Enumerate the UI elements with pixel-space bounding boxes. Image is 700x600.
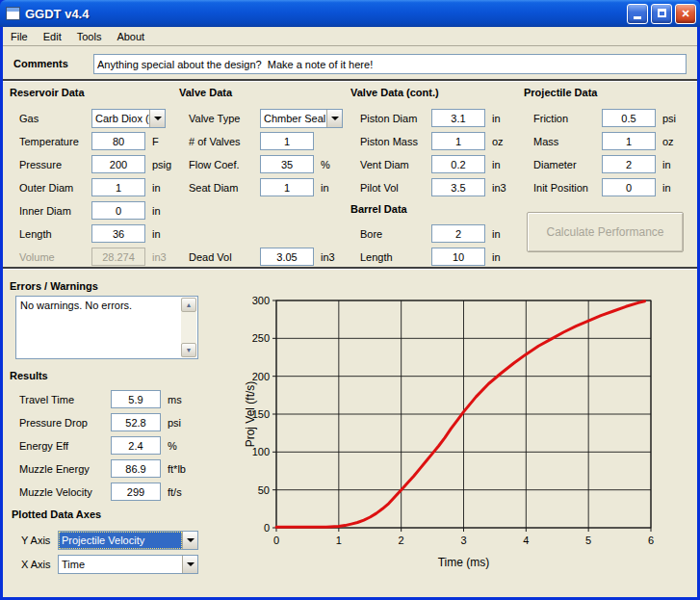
dropdown-button[interactable] [182,556,197,573]
field-valve-type: Valve Type Chmber Seal [189,108,345,128]
calculate-performance-button: Calculate Performance [527,212,684,252]
close-button[interactable]: ✕ [675,4,696,24]
pilot-vol-input[interactable] [431,178,485,196]
field-outer-diam: Outer Diam in [19,177,212,197]
svg-text:250: 250 [252,332,270,344]
field-temperature: Temperature F [19,131,212,151]
arrow-up-icon: ▲ [186,301,193,308]
section-title-valve-data: Valve Data [179,87,232,98]
reservoir-length-input[interactable] [91,224,145,243]
piston-diam-input[interactable] [431,109,485,127]
svg-text:300: 300 [252,295,270,306]
barrel-length-input[interactable] [431,248,485,266]
bore-input[interactable] [431,224,485,243]
outer-diam-input[interactable] [91,178,145,196]
bore-label: Bore [360,228,431,240]
muzzle-velocity-unit: ft/s [168,486,182,498]
scrollbar[interactable]: ▲ ▼ [181,298,196,357]
dropdown-button[interactable] [149,110,165,127]
errors-warnings-box[interactable]: No warnings. No errors. ▲ ▼ [15,296,198,359]
performance-chart: 0123456050100150200250300Time (ms)Proj V… [241,285,700,576]
svg-text:2: 2 [399,535,404,546]
vent-diam-input[interactable] [431,155,485,173]
seat-diam-unit: in [321,182,329,194]
flow-coef-input[interactable] [260,155,314,173]
piston-mass-input[interactable] [431,132,485,150]
temperature-input[interactable] [91,132,145,150]
menu-item-edit[interactable]: Edit [36,29,69,44]
pressure-drop-unit: psi [168,417,181,429]
seat-diam-label: Seat Diam [189,182,260,194]
diameter-unit: in [662,159,671,170]
field-dead-vol: Dead Vol in3 [189,247,362,267]
section-title-plotted-data-axes: Plotted Data Axes [12,509,101,520]
friction-input[interactable] [602,109,656,127]
field-muzzle-energy: Muzzle Energy ft*lb [19,458,212,479]
vent-diam-label: Vent Diam [360,159,431,170]
bore-unit: in [492,228,501,240]
menu-item-file[interactable]: File [3,29,36,44]
svg-text:5: 5 [585,535,591,546]
inner-diam-input[interactable] [91,201,145,220]
muzzle-energy-label: Muzzle Energy [19,463,111,475]
comments-input[interactable] [93,54,687,74]
field-energy-eff: Energy Eff % [19,435,212,456]
muzzle-energy-unit: ft*lb [168,463,186,475]
gas-select[interactable]: Carb Diox (CC [91,109,166,128]
field-seat-diam: Seat Diam in [189,177,362,197]
field-x-axis: X Axis Time [21,554,200,574]
flow-coef-unit: % [321,159,330,170]
field-num-valves: # of Valves [189,131,362,151]
section-title-errors-warnings: Errors / Warnings [10,280,98,292]
muzzle-energy-output [111,459,161,478]
dropdown-button[interactable] [182,532,197,549]
dead-vol-input[interactable] [260,248,314,266]
field-bore: Bore in [360,223,533,244]
svg-text:4: 4 [523,535,529,546]
pressure-unit: psig [152,159,171,170]
maximize-button[interactable] [651,4,672,24]
dropdown-button[interactable] [326,110,342,127]
field-vent-diam: Vent Diam in [360,154,533,174]
chevron-down-icon [187,538,194,542]
gas-label: Gas [19,113,91,124]
title-bar[interactable]: GGDT v4.4 ✕ [0,0,700,27]
mass-unit: oz [662,136,674,147]
pressure-drop-label: Pressure Drop [19,417,111,429]
scroll-up-button[interactable]: ▲ [181,298,196,312]
scroll-down-button[interactable]: ▼ [181,343,196,357]
chevron-down-icon [331,117,339,120]
field-travel-time: Travel Time ms [19,389,212,409]
app-icon [6,7,20,20]
chevron-down-icon [187,562,194,566]
init-position-input[interactable] [602,178,656,196]
field-pressure: Pressure psig [19,154,212,174]
y-axis-select[interactable]: Projectile Velocity [58,531,198,550]
svg-text:Time (ms): Time (ms) [438,556,490,569]
minimize-button[interactable] [627,4,648,24]
svg-text:200: 200 [252,371,270,382]
field-reservoir-length: Length in [19,223,212,244]
diameter-input[interactable] [602,155,656,173]
travel-time-output [111,390,161,408]
flow-coef-label: Flow Coef. [189,159,260,170]
num-valves-input[interactable] [260,132,314,150]
y-axis-label: Y Axis [21,535,58,546]
valve-type-select[interactable]: Chmber Seal [260,109,343,128]
muzzle-velocity-output [111,483,161,501]
svg-text:6: 6 [648,535,654,546]
pressure-input[interactable] [91,155,145,173]
inner-diam-unit: in [152,205,161,217]
gas-value: Carb Diox (CC [92,110,149,127]
svg-text:50: 50 [258,484,270,496]
menu-item-about[interactable]: About [109,29,152,44]
mass-input[interactable] [602,132,656,150]
svg-text:0: 0 [264,522,270,534]
x-axis-label: X Axis [21,559,58,570]
x-axis-select[interactable]: Time [58,555,198,574]
section-title-reservoir-data: Reservoir Data [10,87,85,98]
travel-time-label: Travel Time [19,394,111,405]
svg-text:Proj Vel (ft/s): Proj Vel (ft/s) [244,381,257,448]
seat-diam-input[interactable] [260,178,314,196]
menu-item-tools[interactable]: Tools [69,29,110,44]
